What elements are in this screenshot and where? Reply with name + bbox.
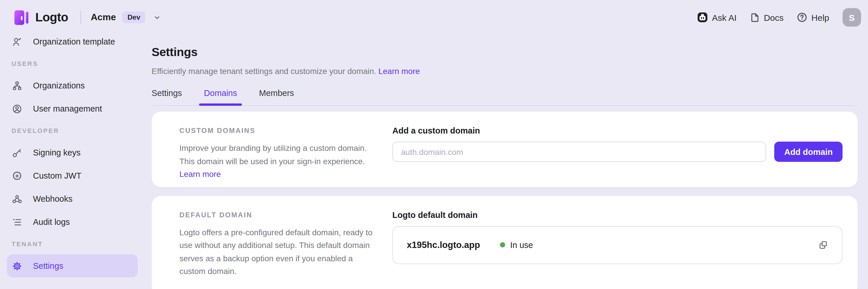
sidebar-item-label: Webhooks bbox=[33, 194, 73, 204]
sidebar-section-developer: DEVELOPER bbox=[7, 120, 138, 141]
sidebar-item-webhooks[interactable]: Webhooks bbox=[7, 187, 138, 210]
sidebar-item-audit-logs[interactable]: Audit logs bbox=[7, 210, 138, 233]
sidebar-item-signing-keys[interactable]: Signing keys bbox=[7, 141, 138, 164]
custom-domains-info: CUSTOM DOMAINS Improve your branding by … bbox=[179, 126, 392, 175]
tab-bar: Settings Domains Members bbox=[152, 89, 858, 106]
page-subtitle-text: Efficiently manage tenant settings and c… bbox=[152, 67, 376, 76]
page-title: Settings bbox=[152, 8, 858, 59]
custom-domains-card: CUSTOM DOMAINS Improve your branding by … bbox=[152, 112, 858, 187]
list-icon bbox=[12, 217, 22, 227]
custom-domains-form-area: Add a custom domain Add domain bbox=[392, 126, 842, 175]
sidebar-item-label: Audit logs bbox=[33, 217, 70, 226]
sidebar-item-label: Settings bbox=[33, 261, 63, 270]
add-domain-form: Add domain bbox=[392, 142, 842, 162]
sidebar-section-users: USERS bbox=[7, 53, 138, 74]
logto-brand[interactable]: Logto bbox=[13, 9, 68, 26]
org-chart-icon bbox=[12, 81, 22, 91]
logto-default-domain-label: Logto default domain bbox=[392, 210, 842, 220]
sidebar-item-organizations[interactable]: Organizations bbox=[7, 74, 138, 97]
status-label: In use bbox=[510, 241, 533, 250]
status-dot bbox=[500, 243, 505, 248]
custom-domains-description: Improve your branding by utilizing a cus… bbox=[179, 142, 375, 181]
key-icon bbox=[12, 148, 22, 157]
tenant-name: Acme bbox=[91, 12, 116, 23]
tenant-env-badge: Dev bbox=[122, 11, 146, 23]
default-domain-description: Logto offers a pre-configured default do… bbox=[179, 226, 375, 278]
copy-icon bbox=[818, 240, 828, 250]
domain-status: In use bbox=[500, 241, 533, 250]
sidebar: Organization template USERS Organization… bbox=[0, 30, 145, 278]
sidebar-item-label: Organization template bbox=[33, 37, 115, 46]
page-subtitle: Efficiently manage tenant settings and c… bbox=[152, 67, 858, 76]
tenant-selector[interactable]: Acme Dev bbox=[91, 11, 161, 23]
custom-domains-learn-more-link[interactable]: Learn more bbox=[179, 170, 221, 179]
default-domain-area: Logto default domain x195hc.logto.app In… bbox=[392, 210, 842, 283]
gear-icon bbox=[12, 261, 22, 271]
tab-settings[interactable]: Settings bbox=[152, 89, 182, 106]
default-domain-info: DEFAULT DOMAIN Logto offers a pre-config… bbox=[179, 210, 392, 283]
seal-plus-icon bbox=[12, 171, 22, 181]
copy-domain-button[interactable] bbox=[818, 240, 828, 250]
brand-name: Logto bbox=[35, 10, 68, 24]
sidebar-item-label: User management bbox=[33, 104, 102, 113]
tab-members[interactable]: Members bbox=[259, 89, 294, 106]
tab-domains[interactable]: Domains bbox=[204, 89, 237, 106]
topbar-separator bbox=[81, 11, 81, 24]
person-check-icon bbox=[12, 37, 22, 46]
sidebar-item-organization-template[interactable]: Organization template bbox=[7, 30, 138, 53]
sidebar-item-user-management[interactable]: User management bbox=[7, 97, 138, 120]
default-domain-value: x195hc.logto.app bbox=[407, 240, 480, 250]
webhook-icon bbox=[12, 194, 22, 204]
app-window: Logto Acme Dev Ask bbox=[0, 0, 868, 289]
sidebar-item-custom-jwt[interactable]: Custom JWT bbox=[7, 164, 138, 187]
add-custom-domain-label: Add a custom domain bbox=[392, 126, 842, 136]
person-circle-icon bbox=[12, 104, 22, 114]
subtitle-learn-more-link[interactable]: Learn more bbox=[378, 67, 420, 76]
sidebar-item-settings[interactable]: Settings bbox=[7, 254, 138, 278]
add-domain-button[interactable]: Add domain bbox=[774, 142, 842, 162]
main-content: Settings Efficiently manage tenant setti… bbox=[152, 0, 858, 289]
default-domain-row: x195hc.logto.app In use bbox=[392, 226, 842, 264]
sidebar-item-label: Organizations bbox=[33, 81, 85, 90]
custom-domain-input[interactable] bbox=[392, 142, 766, 162]
default-domain-card: DEFAULT DOMAIN Logto offers a pre-config… bbox=[152, 196, 858, 289]
logto-logo-icon bbox=[13, 9, 30, 26]
default-domain-overline: DEFAULT DOMAIN bbox=[179, 211, 376, 219]
sidebar-section-tenant: TENANT bbox=[7, 233, 138, 254]
sidebar-item-label: Custom JWT bbox=[33, 171, 82, 180]
sidebar-item-label: Signing keys bbox=[33, 148, 81, 157]
custom-domains-overline: CUSTOM DOMAINS bbox=[179, 127, 376, 135]
custom-domains-description-text: Improve your branding by utilizing a cus… bbox=[179, 144, 367, 166]
